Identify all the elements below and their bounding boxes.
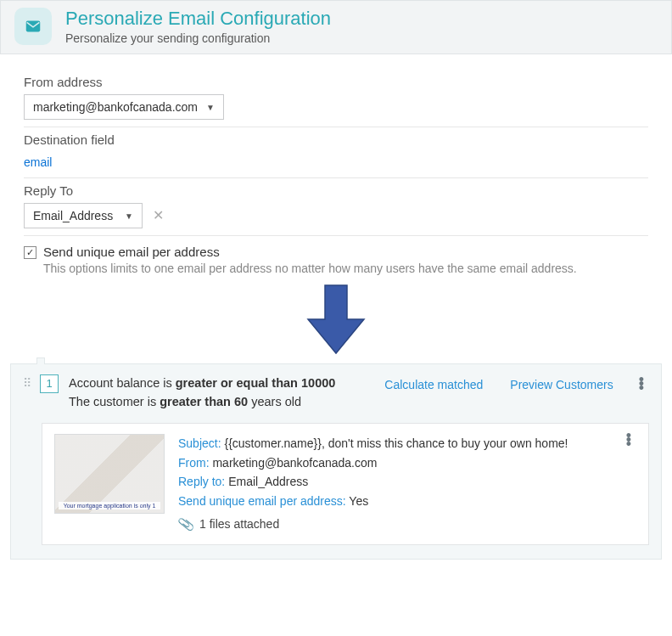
paperclip-icon: 📎 [176,512,196,535]
rule-conditions: Account balance is greater or equal than… [69,374,378,412]
rule-line2-bold: greater than 60 [160,395,248,408]
email-meta: Subject: {{customer.name}}, don't miss t… [178,434,614,534]
rule-panel-tab [36,357,45,364]
page-subtitle: Personalize your sending configuration [65,31,331,45]
page-title: Personalize Email Configuration [65,8,331,30]
reply-to-label: Reply To [24,183,648,198]
arrow-indicator [24,282,648,360]
rule-header-row: ⠿ 1 Account balance is greater or equal … [23,374,649,412]
rule-line2-pre: The customer is [69,395,160,408]
email-from-value: marketing@bankofcanada.com [212,456,377,470]
from-address-label: From address [24,75,648,89]
config-form: From address marketing@bankofcanada.com … [0,54,672,363]
arrow-down-icon [303,282,369,357]
email-unique-label: Send unique email per address: [178,494,349,508]
thumbnail-caption: Your mortgage application is only 1 [59,502,160,509]
chevron-down-icon: ▼ [206,103,215,112]
rule-line2-post: years old [248,395,301,408]
email-card: Your mortgage application is only 1 Subj… [42,423,649,545]
drag-handle-icon[interactable]: ⠿ [23,380,35,386]
rule-actions: Calculate matched Preview Customers ••• [378,374,649,395]
reply-to-value: Email_Address [33,209,113,222]
from-address-dropdown[interactable]: marketing@bankofcanada.com ▼ [24,94,224,120]
reply-to-field: Reply To Email_Address ▼ ✕ [24,183,648,236]
rule-line1-bold: greater or equal than 10000 [176,376,336,390]
email-menu-icon[interactable]: ••• [621,434,636,447]
from-address-field: From address marketing@bankofcanada.com … [24,75,648,127]
destination-value[interactable]: email [24,152,52,171]
calculate-matched-button[interactable]: Calculate matched [378,374,490,395]
destination-field: Destination field email [24,132,648,178]
from-address-value: marketing@bankofcanada.com [33,100,198,114]
rule-number-badge: 1 [40,374,59,393]
reply-to-dropdown[interactable]: Email_Address ▼ [24,203,143,228]
email-reply-value: Email_Address [228,475,308,488]
attachment-row: 📎 1 files attached [178,514,614,534]
email-icon [14,8,52,45]
email-from-label: From: [178,456,212,470]
chevron-down-icon: ▼ [125,211,133,221]
unique-email-label: Send unique email per address [43,245,220,259]
unique-email-row: ✓ Send unique email per address [24,245,648,259]
page-header: Personalize Email Configuration Personal… [0,0,672,54]
destination-label: Destination field [24,132,648,147]
subject-label: Subject: [178,436,224,450]
unique-email-checkbox[interactable]: ✓ [24,246,36,259]
clear-reply-to-icon[interactable]: ✕ [153,208,164,222]
email-reply-label: Reply to: [178,475,228,488]
rule-menu-icon[interactable]: ••• [634,378,649,391]
email-thumbnail[interactable]: Your mortgage application is only 1 [54,434,165,514]
rule-line1-pre: Account balance is [69,376,176,390]
rule-panel: ⠿ 1 Account balance is greater or equal … [10,363,662,560]
attachment-text: 1 files attached [199,515,279,533]
preview-customers-button[interactable]: Preview Customers [503,374,619,395]
email-unique-value: Yes [349,494,368,508]
unique-email-description: This options limits to one email per add… [43,261,586,277]
subject-value: {{customer.name}}, don't miss this chanc… [224,436,568,450]
